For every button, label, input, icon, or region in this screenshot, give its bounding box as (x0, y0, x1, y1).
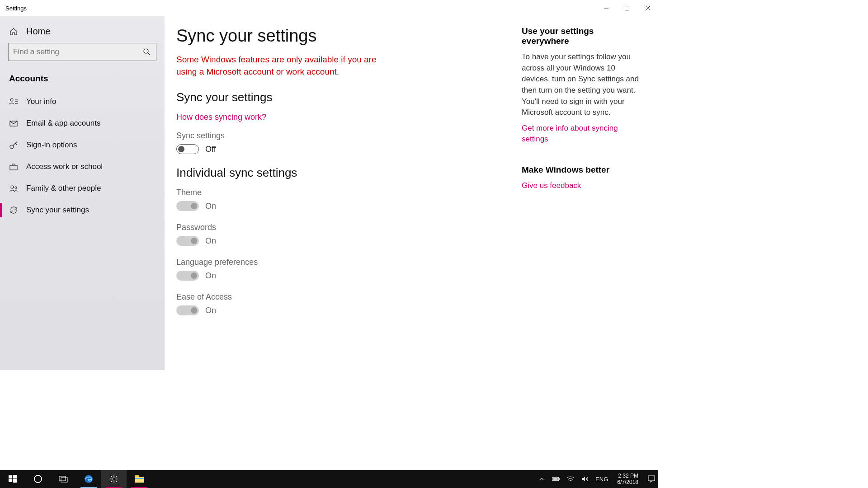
sync-settings-label: Sync settings (176, 131, 504, 141)
search-input-field[interactable] (13, 47, 142, 56)
briefcase-icon (9, 162, 18, 171)
sync-settings-toggle[interactable] (176, 144, 199, 154)
window-body: Home Accounts Your info Email & app acco… (0, 16, 658, 370)
search-wrap (0, 43, 165, 67)
svg-rect-20 (13, 479, 17, 483)
ease-state: On (205, 306, 216, 315)
svg-rect-31 (553, 478, 558, 480)
sidebar-item-label: Email & app accounts (26, 119, 100, 128)
svg-rect-17 (9, 475, 12, 479)
taskbar-app-edge[interactable] (76, 470, 101, 488)
ease-label: Ease of Access (176, 292, 504, 302)
theme-label: Theme (176, 188, 504, 197)
mail-icon (9, 119, 18, 128)
ease-toggle[interactable] (176, 305, 199, 315)
svg-point-21 (34, 475, 42, 483)
close-button[interactable] (637, 1, 658, 15)
home-icon (9, 27, 18, 36)
person-lines-icon (9, 97, 18, 106)
window-controls (596, 1, 658, 15)
taskbar-app-settings[interactable] (101, 470, 127, 488)
sync-settings-toggle-block: Sync settings Off (176, 131, 504, 154)
aside-body: To have your settings follow you across … (522, 52, 640, 118)
aside-title: Make Windows better (522, 165, 640, 175)
svg-rect-22 (59, 476, 66, 481)
svg-point-11 (10, 145, 14, 149)
section-individual: Individual sync settings (176, 166, 504, 180)
account-warning: Some Windows features are only available… (176, 54, 384, 78)
svg-point-25 (113, 478, 115, 480)
volume-icon[interactable] (581, 475, 589, 483)
task-view-button[interactable] (51, 470, 76, 488)
aside-use-everywhere: Use your settings everywhere To have you… (522, 26, 640, 145)
sidebar: Home Accounts Your info Email & app acco… (0, 16, 165, 370)
window-title: Settings (5, 5, 27, 12)
svg-rect-32 (648, 476, 655, 481)
titlebar: Settings (0, 0, 658, 16)
cortana-button[interactable] (25, 470, 51, 488)
taskbar-app-explorer[interactable] (127, 470, 152, 488)
svg-rect-27 (135, 475, 139, 477)
passwords-label: Passwords (176, 223, 504, 232)
svg-point-15 (11, 186, 14, 188)
sidebar-item-email[interactable]: Email & app accounts (0, 113, 165, 134)
svg-rect-30 (559, 478, 560, 480)
action-center-icon[interactable] (647, 475, 656, 483)
section-sync: Sync your settings (176, 90, 504, 104)
passwords-toggle[interactable] (176, 236, 199, 246)
sidebar-item-label: Sign-in options (26, 141, 77, 150)
sidebar-item-signin[interactable]: Sign-in options (0, 134, 165, 156)
wifi-icon[interactable] (566, 475, 575, 483)
svg-rect-28 (135, 478, 144, 479)
sync-settings-state: Off (205, 145, 216, 154)
svg-rect-18 (13, 475, 17, 479)
sidebar-item-your-info[interactable]: Your info (0, 91, 165, 113)
language-state: On (205, 271, 216, 281)
svg-point-4 (144, 49, 148, 53)
sidebar-item-label: Your info (26, 97, 56, 106)
sidebar-item-sync[interactable]: Sync your settings (0, 199, 165, 221)
minimize-button[interactable] (596, 1, 617, 15)
aside-more-info-link[interactable]: Get more info about syncing settings (522, 123, 640, 145)
tray-language[interactable]: ENG (595, 476, 608, 483)
sidebar-item-label: Access work or school (26, 162, 103, 171)
language-toggle-block: Language preferences On (176, 258, 504, 281)
tray-date: 6/7/2018 (617, 479, 638, 485)
svg-rect-19 (9, 479, 12, 482)
svg-point-6 (10, 99, 13, 101)
system-tray: ENG 2:32 PM 6/7/2018 (538, 470, 658, 488)
tray-clock[interactable]: 2:32 PM 6/7/2018 (614, 473, 641, 486)
sidebar-home-label: Home (26, 26, 50, 37)
sidebar-item-label: Sync your settings (26, 206, 89, 215)
tray-chevron-up-icon[interactable] (538, 475, 546, 483)
passwords-toggle-block: Passwords On (176, 223, 504, 246)
sidebar-category: Accounts (0, 67, 165, 91)
taskbar: ENG 2:32 PM 6/7/2018 (0, 470, 658, 488)
content-column: Sync your settings Some Windows features… (176, 26, 504, 370)
language-label: Language preferences (176, 258, 504, 267)
tray-time: 2:32 PM (617, 473, 638, 479)
search-icon (142, 47, 151, 56)
sync-icon (9, 206, 18, 215)
people-icon (9, 184, 18, 193)
theme-state: On (205, 202, 216, 211)
search-input[interactable] (8, 43, 156, 61)
aside-title: Use your settings everywhere (522, 26, 640, 46)
settings-window: Settings Home Accounts Your info (0, 0, 658, 370)
theme-toggle[interactable] (176, 201, 199, 211)
svg-rect-14 (10, 165, 17, 170)
svg-line-5 (148, 53, 150, 55)
sidebar-item-work-school[interactable]: Access work or school (0, 156, 165, 178)
battery-icon[interactable] (552, 475, 560, 483)
maximize-button[interactable] (617, 1, 637, 15)
start-button[interactable] (0, 470, 25, 488)
svg-rect-1 (625, 6, 629, 10)
page-title: Sync your settings (176, 26, 504, 46)
sidebar-item-family[interactable]: Family & other people (0, 178, 165, 199)
language-toggle[interactable] (176, 271, 199, 281)
how-sync-link[interactable]: How does syncing work? (176, 113, 504, 122)
theme-toggle-block: Theme On (176, 188, 504, 211)
sidebar-home[interactable]: Home (0, 20, 165, 43)
aside-feedback-link[interactable]: Give us feedback (522, 180, 640, 192)
svg-rect-26 (135, 477, 144, 483)
